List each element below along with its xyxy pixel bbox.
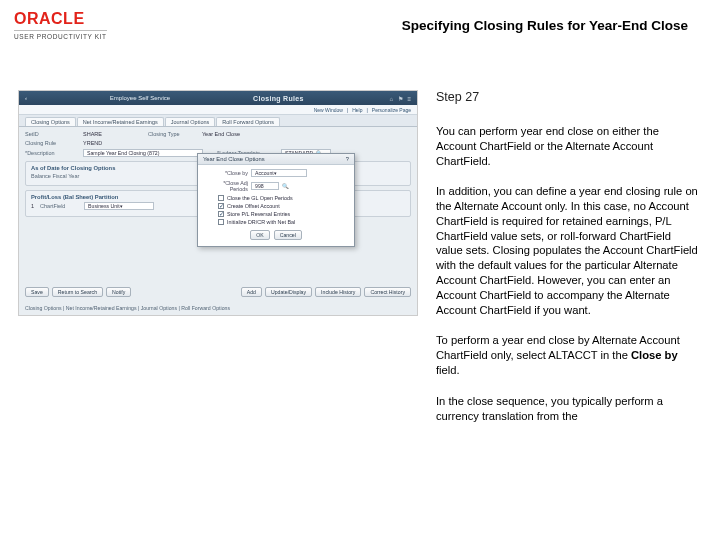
lbl-close-adj: *Close Adj Periods [204, 180, 248, 192]
product-line: USER PRODUCTIVITY KIT [14, 30, 107, 40]
app-tabs: Closing Options Net Income/Retained Earn… [19, 115, 417, 127]
lookup-icon: 🔍 [282, 183, 289, 189]
row-num: 1 [31, 203, 34, 209]
paragraph-3: To perform a year end close by Alternate… [436, 333, 700, 377]
select-close-by: Account ▾ [251, 169, 307, 177]
embedded-screenshot: ‹ Employee Self Service Closing Rules ⌂ … [18, 90, 418, 316]
chk-init-drcr: Initialize DR/CR with Net Bal [218, 219, 348, 225]
chk-store-pl: Store P/L Reversal Entries [218, 211, 348, 217]
select-chartfield: Business Unit ▾ [84, 202, 154, 210]
lbl-close-by: *Close by [204, 170, 248, 176]
lbl-closing-rule: Closing Rule [25, 140, 77, 146]
lbl-description: *Description [25, 150, 77, 156]
btn-notify: Notify [106, 287, 131, 297]
btn-correct-history: Correct History [364, 287, 411, 297]
page-title: Specifying Closing Rules for Year-End Cl… [402, 18, 688, 33]
app-subbar: New Window | Help | Personalize Page [19, 105, 417, 115]
paragraph-4: In the close sequence, you typically per… [436, 394, 700, 424]
val-closing-type: Year End Close [202, 131, 240, 137]
lbl-bal-fy: Balance Fiscal Year [31, 173, 101, 179]
tab-closing-options: Closing Options [25, 117, 76, 126]
chk-close-gl-open: Close the GL Open Periods [218, 195, 348, 201]
btn-update: Update/Display [265, 287, 312, 297]
menu-icon: ≡ [407, 96, 411, 102]
tab-net-income: Net Income/Retained Earnings [77, 117, 164, 126]
chk-create-offset: Create Offset Account [218, 203, 348, 209]
paragraph-2: In addition, you can define a year end c… [436, 184, 700, 317]
bottom-tab-links: Closing Options | Net Income/Retained Ea… [25, 305, 411, 311]
val-closing-rule: YREND [83, 140, 102, 146]
app-topbar: ‹ Employee Self Service Closing Rules ⌂ … [19, 91, 417, 105]
bottom-button-bar: Save Return to Search Notify Add Update/… [25, 287, 411, 297]
oracle-logo: ORACLE [14, 10, 85, 28]
flag-icon: ⚑ [398, 96, 403, 102]
home-icon: ⌂ [389, 96, 393, 102]
tab-roll-forward: Roll Forward Options [216, 117, 280, 126]
app-title: Closing Rules [253, 95, 304, 102]
back-icon: ‹ [25, 95, 27, 101]
step-label: Step 27 [436, 90, 700, 104]
link-help: Help [352, 107, 362, 113]
dialog-year-end-close-options: Year End Close Options ? *Close by Accou… [197, 153, 355, 247]
btn-dialog-ok: OK [250, 230, 270, 240]
topbar-icons: ⌂ ⚑ ≡ [386, 95, 410, 102]
lbl-chartfield: ChartField [40, 203, 78, 209]
btn-save: Save [25, 287, 49, 297]
tab-journal-options: Journal Options [165, 117, 216, 126]
val-setid: SHARE [83, 131, 102, 137]
input-description: Sample Year End Closing (872) [83, 149, 203, 157]
btn-dialog-cancel: Cancel [274, 230, 302, 240]
brand-block: ORACLE USER PRODUCTIVITY KIT [14, 10, 107, 40]
link-personalize: Personalize Page [372, 107, 411, 113]
app-section: Employee Self Service [110, 95, 170, 101]
lbl-closing-type: Closing Type [148, 131, 196, 137]
input-close-adj: 998 [251, 182, 279, 190]
paragraph-1: You can perform year end close on either… [436, 124, 700, 168]
link-new-window: New Window [314, 107, 343, 113]
lbl-setid: SetID [25, 131, 77, 137]
help-icon: ? [346, 156, 349, 162]
instruction-column: Step 27 You can perform year end close o… [436, 90, 706, 439]
btn-add: Add [241, 287, 262, 297]
dialog-title: Year End Close Options [203, 156, 265, 162]
btn-include-history: Include History [315, 287, 361, 297]
btn-return: Return to Search [52, 287, 103, 297]
